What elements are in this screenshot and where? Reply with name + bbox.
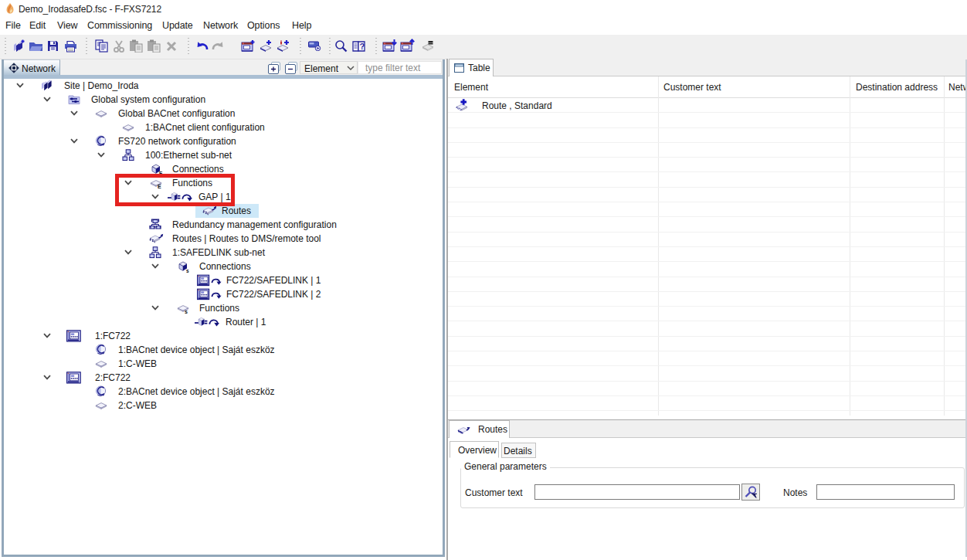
svg-text:?: ? [360,42,365,51]
